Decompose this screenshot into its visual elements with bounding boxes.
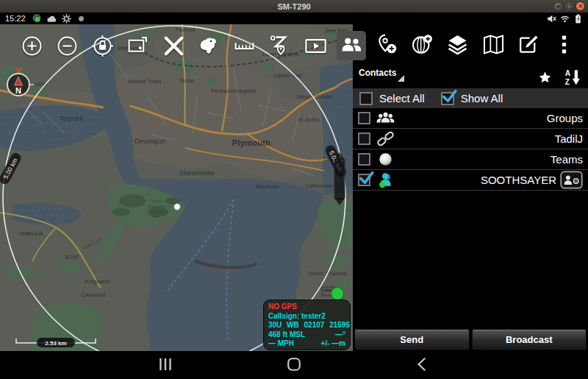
- contact-row[interactable]: Teams: [353, 149, 588, 170]
- show-all-checkbox[interactable]: [441, 92, 454, 105]
- contact-row[interactable]: Groups: [353, 108, 588, 129]
- close-button[interactable]: [576, 1, 585, 11]
- gps-location: 30U WB 02107 21595: [268, 321, 345, 330]
- gps-heading: —°: [335, 330, 345, 340]
- map-label: Plymouth: [232, 138, 270, 147]
- map-label: B3247: [65, 255, 79, 260]
- system-icons: [547, 14, 583, 24]
- send-button[interactable]: Send: [354, 329, 470, 350]
- map-label: Mount: [151, 199, 163, 203]
- gps-status: NO GPS: [268, 302, 345, 312]
- favorites-star-icon[interactable]: [538, 71, 552, 85]
- back-button[interactable]: [415, 358, 431, 374]
- video-button[interactable]: [303, 33, 328, 58]
- contact-label: Teams: [395, 153, 583, 166]
- row-checkbox[interactable]: [358, 112, 370, 124]
- overflow-menu-button[interactable]: [550, 31, 579, 60]
- cloud-icon: [47, 14, 57, 24]
- gps-speed: — MPH: [268, 339, 294, 349]
- zoom-in-icon: [21, 35, 43, 57]
- profile-card-icon: [560, 171, 583, 189]
- window-title: SM-T290: [277, 2, 310, 11]
- map-label: Lipson Vale: [274, 72, 303, 79]
- battery-charging-icon: [573, 14, 583, 24]
- map-scale-slider[interactable]: [334, 152, 345, 205]
- map-label: Country: [150, 209, 165, 213]
- gps-accuracy: +/- —m: [320, 339, 345, 349]
- link-icon: [376, 130, 395, 148]
- filter-row: Select All Show All: [353, 88, 588, 108]
- ruler-icon: [233, 35, 256, 57]
- bloodhound-button[interactable]: [196, 33, 221, 58]
- layers-button[interactable]: [443, 31, 473, 60]
- compose-button[interactable]: [514, 31, 544, 60]
- map-label: Park: [151, 214, 160, 219]
- bloodhound-icon: [198, 35, 220, 57]
- status-bar: 15:22: [0, 13, 588, 24]
- recents-icon: [158, 357, 173, 375]
- contact-row[interactable]: SOOTHSAYER: [353, 170, 588, 191]
- gps-altitude: 468 ft MSL: [268, 330, 305, 340]
- profile-card-button[interactable]: [560, 171, 583, 189]
- notification-icons: [32, 14, 547, 24]
- scale-label: 2.53 km: [45, 340, 66, 347]
- map-label: St Judes: [298, 116, 319, 123]
- self-position-marker[interactable]: [174, 204, 180, 210]
- map-view[interactable]: Cawsand Ferry Plymouth Breakwater Pevere…: [0, 24, 353, 351]
- add-placemark-icon: [376, 33, 398, 59]
- row-checkbox[interactable]: [358, 174, 370, 186]
- map-label: Peverell: [175, 26, 195, 33]
- map-label: Edgcumbe: [148, 204, 167, 208]
- volume-muted-icon: [547, 14, 556, 24]
- frame-capture-icon: [126, 35, 149, 57]
- zoom-in-button[interactable]: [19, 33, 44, 58]
- contacts-button[interactable]: [337, 31, 366, 60]
- sort-az-icon[interactable]: AZ: [563, 68, 581, 86]
- compass-label: N: [15, 86, 21, 95]
- compose-icon: [517, 33, 540, 59]
- contact-row[interactable]: TadilJ: [353, 129, 588, 149]
- back-icon: [415, 357, 430, 375]
- map-label: Barbican: [256, 183, 279, 190]
- dropdown-caret-icon[interactable]: [398, 75, 404, 82]
- frame-capture-button[interactable]: [126, 33, 151, 58]
- maximize-button[interactable]: [564, 1, 574, 11]
- close-tool-button[interactable]: [161, 33, 186, 58]
- navigation-bar: [0, 351, 588, 379]
- minimize-button[interactable]: [553, 1, 563, 11]
- panel-title[interactable]: Contacts: [359, 68, 396, 78]
- ruler-button[interactable]: [232, 33, 257, 58]
- row-checkbox[interactable]: [358, 132, 370, 145]
- map-label: Morice Town: [129, 78, 162, 85]
- map-label: Millbrook: [20, 230, 44, 237]
- map-label: Stoke: [179, 77, 195, 84]
- range-bearing-button[interactable]: [268, 33, 293, 58]
- add-placemark-button[interactable]: [372, 31, 401, 60]
- close-tool-icon: [162, 35, 185, 57]
- screen: SM-T290 15:22: [0, 0, 588, 379]
- lock-center-button[interactable]: [90, 33, 115, 58]
- self-status-indicator: [331, 288, 344, 300]
- row-checkbox[interactable]: [358, 153, 370, 166]
- map-label: Devonport: [135, 138, 165, 145]
- contact-label: SOOTHSAYER: [395, 174, 556, 186]
- window-titlebar: SM-T290: [0, 0, 588, 13]
- select-all-checkbox[interactable]: [359, 92, 373, 105]
- overflow-menu-icon: [553, 33, 576, 59]
- panel-toolbar: [337, 31, 579, 60]
- wifi-icon: [560, 14, 570, 24]
- add-overlay-button[interactable]: [408, 31, 437, 60]
- sphere-icon: [376, 150, 395, 169]
- map-toolbar: [6, 33, 328, 58]
- recents-button[interactable]: [157, 358, 173, 374]
- gps-info-panel[interactable]: NO GPS Callsign: tester2 30U WB 02107 21…: [263, 300, 351, 350]
- home-icon: [287, 357, 301, 375]
- home-button[interactable]: [286, 358, 302, 374]
- broadcast-button[interactable]: Broadcast: [472, 329, 587, 350]
- zoom-out-button[interactable]: [54, 33, 79, 58]
- layers-icon: [446, 33, 469, 59]
- map-label: Cawsand: [81, 291, 105, 298]
- groups-icon: [376, 109, 395, 127]
- maps-button[interactable]: [478, 31, 508, 60]
- dot-icon: [76, 14, 86, 24]
